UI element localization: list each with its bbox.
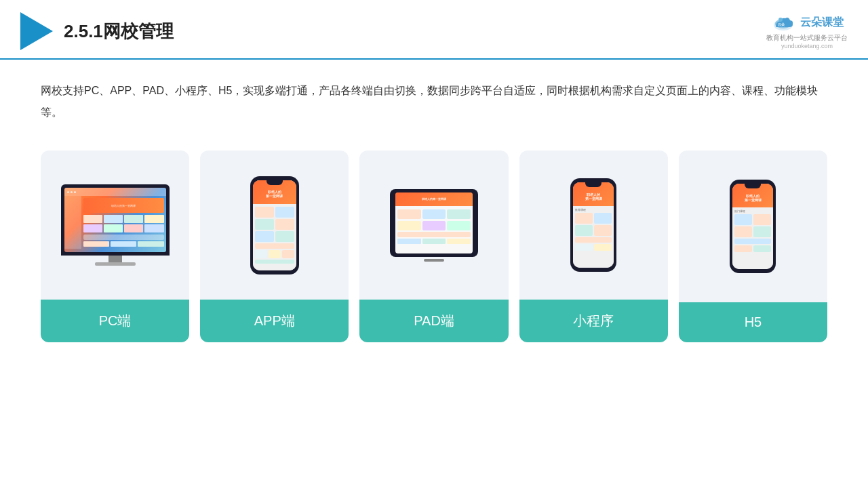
card-pc-label: PC端	[41, 300, 189, 342]
svg-point-2	[778, 18, 783, 22]
card-pad-label: PAD端	[359, 300, 508, 342]
card-app-label: APP端	[200, 300, 349, 342]
brand-tagline: 教育机构一站式服务云平台	[766, 33, 848, 43]
card-pad: 职培人的第一堂网课	[359, 150, 508, 342]
card-miniprogram-label: 小程序	[519, 300, 668, 342]
cards-container: 职培人的第一堂网课	[0, 137, 868, 363]
card-pc-image: 职培人的第一堂网课	[41, 150, 189, 300]
header-right: 云朵 云朵课堂 教育机构一站式服务云平台 yunduoketang.com	[766, 13, 848, 49]
card-miniprogram: 职培人的第一堂网课 推荐课程	[519, 150, 668, 342]
card-miniprogram-image: 职培人的第一堂网课 推荐课程	[519, 150, 668, 300]
card-app-image: 职培人的第一堂网课	[200, 150, 349, 300]
card-h5: 职培人的第一堂网课 热门课程	[679, 150, 827, 342]
app-phone-mockup: 职培人的第一堂网课	[250, 176, 299, 274]
card-pc: 职培人的第一堂网课	[41, 150, 189, 342]
description-text: 网校支持PC、APP、PAD、小程序、H5，实现多端打通，产品各终端自由切换，数…	[0, 60, 868, 130]
card-h5-label: H5	[679, 302, 827, 342]
pc-mockup: 职培人的第一堂网课	[61, 184, 170, 266]
logo-triangle-icon	[20, 12, 53, 50]
header-left: 2.5.1网校管理	[20, 12, 174, 50]
brand-name: 云朵课堂	[800, 16, 844, 30]
page-title: 2.5.1网校管理	[64, 20, 174, 43]
brand-url: yunduoketang.com	[781, 43, 833, 49]
card-app: 职培人的第一堂网课	[200, 150, 349, 342]
cloud-icon: 云朵	[770, 13, 796, 32]
header: 2.5.1网校管理 云朵 云朵课堂 教育机构一站式服务云平台 yunduoket…	[0, 0, 868, 60]
h5-phone-mockup: 职培人的第一堂网课 热门课程	[730, 180, 776, 273]
card-h5-image: 职培人的第一堂网课 热门课程	[679, 150, 827, 302]
svg-text:云朵: 云朵	[778, 22, 785, 26]
miniprogram-phone-mockup: 职培人的第一堂网课 推荐课程	[570, 178, 616, 272]
brand-logo: 云朵 云朵课堂	[770, 13, 844, 32]
pad-tablet-mockup: 职培人的第一堂网课	[390, 189, 478, 262]
card-pad-image: 职培人的第一堂网课	[359, 150, 508, 300]
